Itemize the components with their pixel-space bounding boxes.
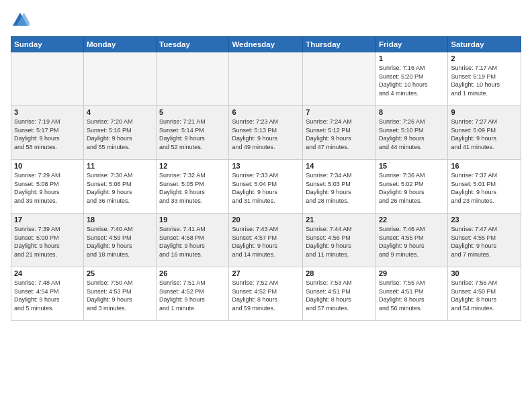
day-info: Sunrise: 7:48 AM Sunset: 4:54 PM Dayligh… [14, 279, 81, 312]
day-number: 5 [159, 108, 226, 116]
header-day-monday: Monday [83, 37, 156, 52]
calendar-cell: 28Sunrise: 7:53 AM Sunset: 4:51 PM Dayli… [303, 267, 376, 321]
day-number: 22 [379, 216, 445, 224]
week-row-0: 1Sunrise: 7:16 AM Sunset: 5:20 PM Daylig… [11, 52, 521, 106]
day-info: Sunrise: 7:51 AM Sunset: 4:52 PM Dayligh… [159, 279, 226, 312]
header-day-wednesday: Wednesday [229, 37, 303, 52]
day-number: 25 [87, 269, 153, 277]
day-info: Sunrise: 7:33 AM Sunset: 5:04 PM Dayligh… [232, 171, 300, 205]
day-number: 4 [87, 108, 153, 116]
day-info: Sunrise: 7:34 AM Sunset: 5:03 PM Dayligh… [306, 171, 373, 205]
calendar-cell: 21Sunrise: 7:44 AM Sunset: 4:56 PM Dayli… [303, 214, 376, 267]
calendar-cell: 7Sunrise: 7:24 AM Sunset: 5:12 PM Daylig… [303, 106, 376, 160]
day-number: 2 [451, 54, 518, 62]
day-info: Sunrise: 7:30 AM Sunset: 5:06 PM Dayligh… [87, 171, 153, 205]
calendar-cell: 15Sunrise: 7:36 AM Sunset: 5:02 PM Dayli… [375, 160, 447, 214]
day-number: 21 [306, 216, 373, 224]
calendar-cell: 20Sunrise: 7:43 AM Sunset: 4:57 PM Dayli… [229, 214, 303, 267]
calendar-cell: 14Sunrise: 7:34 AM Sunset: 5:03 PM Dayli… [303, 160, 376, 214]
day-number: 28 [306, 269, 373, 277]
day-info: Sunrise: 7:56 AM Sunset: 4:50 PM Dayligh… [451, 279, 518, 312]
week-row-1: 3Sunrise: 7:19 AM Sunset: 5:17 PM Daylig… [11, 106, 521, 160]
day-number: 11 [87, 162, 153, 170]
day-info: Sunrise: 7:52 AM Sunset: 4:52 PM Dayligh… [232, 279, 300, 312]
calendar-cell [83, 52, 156, 106]
day-number: 13 [232, 162, 300, 170]
header-day-sunday: Sunday [11, 37, 84, 52]
day-info: Sunrise: 7:47 AM Sunset: 4:55 PM Dayligh… [451, 225, 518, 259]
day-number: 3 [14, 108, 81, 116]
calendar-cell: 24Sunrise: 7:48 AM Sunset: 4:54 PM Dayli… [11, 267, 84, 321]
logo-icon [11, 11, 30, 30]
week-row-3: 17Sunrise: 7:39 AM Sunset: 5:00 PM Dayli… [11, 214, 521, 267]
day-number: 7 [306, 108, 373, 116]
day-info: Sunrise: 7:50 AM Sunset: 4:53 PM Dayligh… [87, 279, 153, 312]
header-day-tuesday: Tuesday [157, 37, 229, 52]
day-number: 24 [14, 269, 81, 277]
day-info: Sunrise: 7:17 AM Sunset: 5:19 PM Dayligh… [451, 64, 518, 97]
calendar-cell: 4Sunrise: 7:20 AM Sunset: 5:16 PM Daylig… [83, 106, 156, 160]
day-info: Sunrise: 7:16 AM Sunset: 5:20 PM Dayligh… [379, 64, 445, 97]
calendar-cell: 6Sunrise: 7:23 AM Sunset: 5:13 PM Daylig… [229, 106, 303, 160]
logo [11, 11, 32, 30]
day-info: Sunrise: 7:27 AM Sunset: 5:09 PM Dayligh… [451, 118, 518, 151]
day-info: Sunrise: 7:39 AM Sunset: 5:00 PM Dayligh… [14, 225, 81, 259]
header [11, 11, 521, 30]
day-info: Sunrise: 7:53 AM Sunset: 4:51 PM Dayligh… [306, 279, 373, 312]
calendar-cell: 13Sunrise: 7:33 AM Sunset: 5:04 PM Dayli… [229, 160, 303, 214]
calendar-body: 1Sunrise: 7:16 AM Sunset: 5:20 PM Daylig… [11, 52, 521, 321]
day-number: 6 [232, 108, 300, 116]
calendar-cell [157, 52, 229, 106]
calendar-cell: 19Sunrise: 7:41 AM Sunset: 4:58 PM Dayli… [157, 214, 229, 267]
header-day-thursday: Thursday [303, 37, 376, 52]
week-row-4: 24Sunrise: 7:48 AM Sunset: 4:54 PM Dayli… [11, 267, 521, 321]
day-number: 9 [451, 108, 518, 116]
day-number: 8 [379, 108, 445, 116]
page-container: SundayMondayTuesdayWednesdayThursdayFrid… [0, 0, 532, 411]
day-info: Sunrise: 7:43 AM Sunset: 4:57 PM Dayligh… [232, 225, 300, 259]
calendar-cell: 29Sunrise: 7:55 AM Sunset: 4:51 PM Dayli… [375, 267, 447, 321]
day-info: Sunrise: 7:46 AM Sunset: 4:55 PM Dayligh… [379, 225, 445, 259]
day-info: Sunrise: 7:29 AM Sunset: 5:08 PM Dayligh… [14, 171, 81, 205]
day-info: Sunrise: 7:26 AM Sunset: 5:10 PM Dayligh… [379, 118, 445, 151]
calendar-cell: 16Sunrise: 7:37 AM Sunset: 5:01 PM Dayli… [448, 160, 521, 214]
day-number: 19 [159, 216, 226, 224]
calendar: SundayMondayTuesdayWednesdayThursdayFrid… [11, 36, 521, 321]
calendar-cell: 23Sunrise: 7:47 AM Sunset: 4:55 PM Dayli… [448, 214, 521, 267]
day-info: Sunrise: 7:44 AM Sunset: 4:56 PM Dayligh… [306, 225, 373, 259]
calendar-cell: 5Sunrise: 7:21 AM Sunset: 5:14 PM Daylig… [157, 106, 229, 160]
calendar-cell: 27Sunrise: 7:52 AM Sunset: 4:52 PM Dayli… [229, 267, 303, 321]
calendar-cell: 18Sunrise: 7:40 AM Sunset: 4:59 PM Dayli… [83, 214, 156, 267]
calendar-cell: 25Sunrise: 7:50 AM Sunset: 4:53 PM Dayli… [83, 267, 156, 321]
calendar-header: SundayMondayTuesdayWednesdayThursdayFrid… [11, 37, 521, 52]
day-number: 16 [451, 162, 518, 170]
day-number: 18 [87, 216, 153, 224]
day-number: 14 [306, 162, 373, 170]
day-number: 17 [14, 216, 81, 224]
day-number: 20 [232, 216, 300, 224]
calendar-cell [229, 52, 303, 106]
calendar-cell: 10Sunrise: 7:29 AM Sunset: 5:08 PM Dayli… [11, 160, 84, 214]
calendar-cell: 3Sunrise: 7:19 AM Sunset: 5:17 PM Daylig… [11, 106, 84, 160]
day-number: 15 [379, 162, 445, 170]
calendar-cell: 17Sunrise: 7:39 AM Sunset: 5:00 PM Dayli… [11, 214, 84, 267]
day-info: Sunrise: 7:40 AM Sunset: 4:59 PM Dayligh… [87, 225, 153, 259]
calendar-cell: 12Sunrise: 7:32 AM Sunset: 5:05 PM Dayli… [157, 160, 229, 214]
day-info: Sunrise: 7:37 AM Sunset: 5:01 PM Dayligh… [451, 171, 518, 205]
header-day-friday: Friday [375, 37, 447, 52]
calendar-cell [11, 52, 84, 106]
calendar-cell: 9Sunrise: 7:27 AM Sunset: 5:09 PM Daylig… [448, 106, 521, 160]
day-info: Sunrise: 7:20 AM Sunset: 5:16 PM Dayligh… [87, 118, 153, 151]
calendar-cell: 22Sunrise: 7:46 AM Sunset: 4:55 PM Dayli… [375, 214, 447, 267]
week-row-2: 10Sunrise: 7:29 AM Sunset: 5:08 PM Dayli… [11, 160, 521, 214]
day-info: Sunrise: 7:55 AM Sunset: 4:51 PM Dayligh… [379, 279, 445, 312]
day-info: Sunrise: 7:32 AM Sunset: 5:05 PM Dayligh… [159, 171, 226, 205]
calendar-cell: 1Sunrise: 7:16 AM Sunset: 5:20 PM Daylig… [375, 52, 447, 106]
day-number: 27 [232, 269, 300, 277]
day-info: Sunrise: 7:21 AM Sunset: 5:14 PM Dayligh… [159, 118, 226, 151]
day-number: 12 [159, 162, 226, 170]
day-info: Sunrise: 7:24 AM Sunset: 5:12 PM Dayligh… [306, 118, 373, 151]
day-info: Sunrise: 7:23 AM Sunset: 5:13 PM Dayligh… [232, 118, 300, 151]
day-number: 26 [159, 269, 226, 277]
day-number: 10 [14, 162, 81, 170]
